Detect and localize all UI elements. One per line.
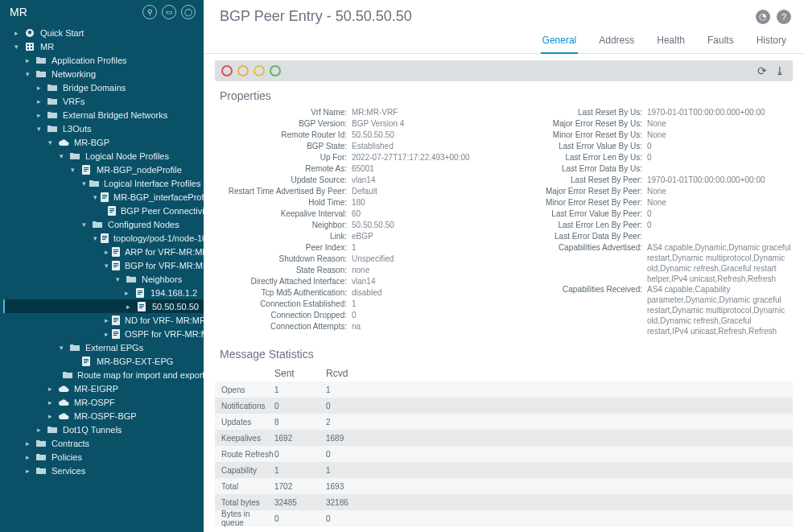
tree-node-label: OSPF for VRF-MR:MR-VRF	[125, 329, 204, 339]
tree-node[interactable]: BGP Peer Connectivity Profile 5...	[3, 204, 204, 217]
chevron-icon[interactable]: ▾	[82, 179, 86, 188]
svg-rect-47	[84, 359, 89, 360]
chevron-icon[interactable]: ▾	[60, 344, 66, 352]
download-icon[interactable]: ⤓	[773, 64, 786, 77]
chevron-icon[interactable]: ▾	[105, 262, 109, 270]
tree-node[interactable]: ▾topology/pod-1/node-102	[3, 231, 204, 245]
tab-address[interactable]: Address	[597, 31, 636, 53]
tree-node[interactable]: ▸OSPF for VRF-MR:MR-VRF	[3, 327, 204, 340]
chevron-icon[interactable]: ▾	[71, 166, 77, 174]
page-title: BGP Peer Entry - 50.50.50.50	[220, 8, 412, 25]
tree-node[interactable]: ▸Dot1Q Tunnels	[3, 423, 204, 436]
chevron-icon[interactable]: ▸	[105, 316, 109, 324]
svg-rect-2	[27, 44, 29, 46]
chevron-icon[interactable]: ▸	[26, 56, 32, 64]
tree-node[interactable]: ▸External Bridged Networks	[3, 108, 204, 122]
refresh-icon[interactable]: ⟳	[756, 64, 769, 77]
chevron-icon[interactable]: ▾	[116, 275, 122, 283]
tree-node[interactable]: ▾Logical Node Profiles	[3, 149, 204, 163]
tree-node[interactable]: ▾MR-BGP	[3, 135, 204, 149]
tree-node[interactable]: ▸Policies	[3, 450, 204, 464]
tree-node[interactable]: ▸50.50.50.50	[3, 299, 204, 313]
stats-rcvd: 1693	[326, 482, 377, 491]
tree-node[interactable]: MR-BGP-EXT-EPG	[3, 354, 204, 368]
tree-node[interactable]: ▸194.168.1.2	[3, 286, 204, 299]
chevron-icon[interactable]: ▾	[26, 70, 32, 78]
chevron-icon[interactable]: ▸	[26, 439, 32, 447]
tree-node[interactable]: ▸Quick Start	[3, 26, 204, 39]
help-button[interactable]: ?	[777, 10, 791, 24]
tree-node[interactable]: ▾MR	[3, 39, 204, 53]
chevron-icon[interactable]: ▸	[105, 248, 109, 256]
chevron-icon[interactable]: ▾	[93, 234, 97, 242]
tree-node[interactable]: ▸ND for VRF- MR:MR-VRF	[3, 313, 204, 327]
fault-minor-icon[interactable]	[254, 65, 265, 76]
property-value: 1970-01-01T00:00:00.000+00:00	[647, 107, 793, 118]
chevron-icon[interactable]: ▸	[48, 412, 55, 420]
content-scroll[interactable]: Properties Vrf Name:MR:MR-VRFBGP Version…	[204, 86, 804, 532]
tree-node[interactable]: ▾Logical Interface Profiles	[3, 176, 204, 190]
chevron-icon[interactable]: ▸	[26, 453, 32, 461]
fault-major-icon[interactable]	[237, 65, 249, 76]
tree-node[interactable]: ▸Bridge Domains	[3, 80, 204, 94]
titlebar: BGP Peer Entry - 50.50.50.50 ◔ ?	[204, 0, 804, 27]
tab-health[interactable]: Health	[655, 31, 686, 53]
chevron-icon[interactable]: ▸	[37, 426, 43, 434]
tree-node[interactable]: ▾MR-BGP_interfaceProfile	[3, 190, 204, 204]
tree-node[interactable]: ▾BGP for VRF-MR:MR-VRF	[3, 258, 204, 272]
settings-icon[interactable]: ◯	[181, 5, 196, 19]
sidebar-header: MR ⚲ ▭ ◯	[0, 0, 204, 24]
chevron-icon[interactable]: ▾	[60, 152, 66, 160]
tree-node[interactable]: ▾External EPGs	[3, 340, 204, 354]
svg-rect-36	[139, 306, 144, 307]
chevron-icon[interactable]: ▸	[37, 97, 43, 105]
chevron-icon[interactable]: ▸	[26, 467, 32, 475]
tab-history[interactable]: History	[755, 31, 788, 53]
chevron-icon[interactable]: ▸	[48, 385, 55, 393]
tree-node[interactable]: ▸MR-OSPF-BGP	[3, 409, 204, 423]
tree-node[interactable]: Route map for import and export route co…	[3, 368, 204, 381]
tree-node[interactable]: ▸VRFs	[3, 94, 204, 108]
tree-node[interactable]: ▸ARP for VRF-MR:MR-VRF	[3, 245, 204, 258]
tree-node[interactable]: ▸Services	[3, 464, 204, 477]
chevron-icon[interactable]: ▸	[37, 84, 43, 92]
tab-faults[interactable]: Faults	[706, 31, 736, 53]
tree-node[interactable]: ▾Neighbors	[3, 272, 204, 286]
chevron-icon[interactable]: ▾	[82, 221, 89, 229]
chevron-icon[interactable]: ▸	[14, 29, 21, 37]
chevron-icon[interactable]: ▸	[48, 398, 55, 406]
tree-node[interactable]: ▸MR-OSPF	[3, 395, 204, 409]
chevron-icon[interactable]: ▾	[14, 43, 21, 51]
tree-node[interactable]: ▾Networking	[3, 67, 204, 80]
fault-critical-icon[interactable]	[221, 65, 233, 76]
chevron-icon[interactable]: ▸	[37, 111, 43, 119]
tree-node[interactable]: ▸Contracts	[3, 436, 204, 450]
folder-icon	[69, 151, 80, 161]
property-value: None	[647, 130, 793, 140]
tree-node[interactable]: ▸MR-EIGRP	[3, 381, 204, 395]
filter-icon[interactable]: ⚲	[142, 5, 157, 19]
stats-name: Total	[215, 482, 274, 491]
chevron-icon[interactable]: ▾	[48, 138, 55, 146]
tree-node[interactable]: ▾Configured Nodes	[3, 217, 204, 231]
property-value: 50.50.50.50	[352, 130, 497, 140]
bookmark-button[interactable]: ◔	[756, 10, 770, 24]
bookmark-icon[interactable]: ▭	[162, 5, 176, 19]
tree-node[interactable]: ▾MR-BGP_nodeProfile	[3, 163, 204, 176]
property-value: vlan14	[352, 175, 497, 185]
tree-node[interactable]: ▸Application Profiles	[3, 53, 204, 67]
fault-warning-icon[interactable]	[270, 65, 281, 76]
tab-general[interactable]: General	[541, 31, 579, 54]
property-row: State Reason:none	[215, 265, 497, 276]
chevron-icon[interactable]: ▸	[126, 303, 133, 311]
property-row: Capabilities Advertised:AS4 capable,Dyna…	[510, 242, 793, 284]
chevron-icon[interactable]: ▸	[105, 330, 109, 338]
svg-rect-49	[84, 362, 87, 363]
chevron-icon[interactable]: ▾	[37, 125, 43, 133]
stats-name: Notifications	[215, 402, 274, 410]
tree-node[interactable]: ▾L3Outs	[3, 122, 204, 135]
chevron-icon[interactable]: ▸	[125, 289, 131, 297]
chevron-icon[interactable]: ▾	[93, 193, 97, 201]
property-key: Last Error Data By Us:	[510, 163, 647, 174]
property-row: Directly Attached Interface:vlan14	[215, 276, 497, 287]
